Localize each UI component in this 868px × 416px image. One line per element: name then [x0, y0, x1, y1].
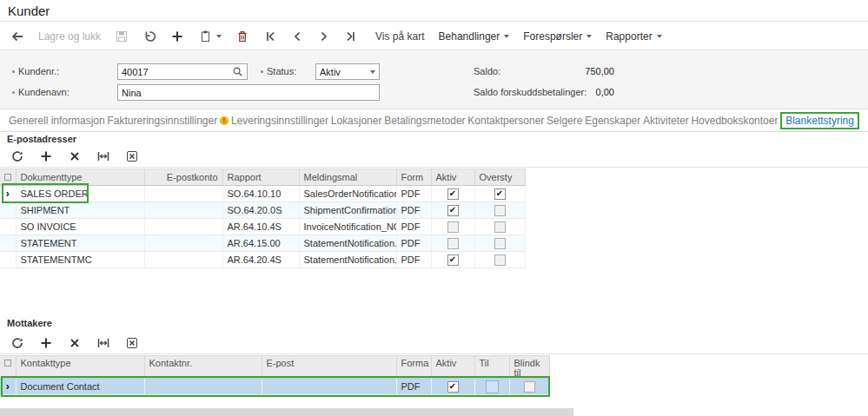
add-row-icon[interactable] — [39, 336, 53, 350]
cell-kontakttype[interactable]: Document Contact — [16, 379, 144, 395]
cell-epostkonto[interactable] — [144, 252, 222, 268]
checkbox-aktiv[interactable] — [447, 205, 459, 216]
cell-rapport[interactable]: SO.64.10.10 — [222, 186, 299, 202]
cell-meldingsmal[interactable]: StatementNotification... — [299, 252, 396, 268]
add-row-icon[interactable] — [39, 149, 53, 163]
copy-paste-icon[interactable] — [198, 30, 222, 43]
cell-overstyr[interactable] — [474, 252, 525, 268]
column-header-til[interactable]: Til — [474, 356, 509, 379]
cell-blindk-til[interactable] — [509, 379, 549, 395]
grid-settings-icon[interactable] — [4, 360, 11, 366]
add-icon[interactable] — [170, 30, 184, 43]
table-row[interactable]: STATEMENTMCAR.64.20.4SStatementNotificat… — [0, 252, 525, 268]
cell-epostkonto[interactable] — [144, 202, 222, 219]
table-row[interactable]: SHIPMENTSO.64.20.0SShipmentConfirmation.… — [0, 202, 525, 219]
tab-kontaktpersoner[interactable]: Kontaktpersoner — [467, 112, 544, 129]
fit-width-icon[interactable] — [96, 336, 110, 350]
fit-width-icon[interactable] — [96, 149, 110, 163]
column-header-rapport[interactable]: Rapport — [222, 169, 299, 186]
tab-blankettstyring[interactable]: Blankettstyring — [780, 112, 859, 129]
undo-icon[interactable] — [142, 30, 156, 43]
checkbox-aktiv[interactable] — [447, 221, 459, 233]
cell-meldingsmal[interactable]: SalesOrderNotification — [299, 186, 396, 202]
refresh-icon[interactable] — [10, 149, 24, 163]
tab-generell-informasjon[interactable]: Generell informasjon — [9, 112, 105, 129]
cell-form[interactable]: PDF — [396, 235, 431, 252]
column-header-dokumenttype[interactable]: Dokumenttype — [16, 169, 144, 186]
checkbox-overstyr[interactable] — [494, 188, 506, 200]
vis-pa-kart-button[interactable]: Vis på kart — [375, 30, 424, 43]
row-selector[interactable] — [0, 252, 16, 268]
cell-rapport[interactable]: AR.64.10.4S — [222, 219, 299, 235]
cell-dokumenttype[interactable]: SO INVOICE — [16, 219, 144, 235]
column-header-blindk-til[interactable]: Blindk til — [509, 356, 549, 379]
go-next-icon[interactable] — [317, 30, 331, 43]
cell-overstyr[interactable] — [474, 219, 525, 235]
delete-row-icon[interactable] — [68, 336, 82, 350]
tab-lokasjoner[interactable]: Lokasjoner — [331, 112, 382, 129]
cell-dokumenttype[interactable]: SALES ORDER — [16, 186, 144, 202]
column-header-oversty[interactable]: Oversty — [474, 169, 525, 186]
rapporter-menu[interactable]: Rapporter — [606, 30, 661, 43]
cell-aktiv[interactable] — [431, 186, 474, 202]
search-icon[interactable] — [232, 66, 243, 77]
cell-overstyr[interactable] — [474, 186, 525, 202]
row-selector[interactable] — [0, 202, 16, 219]
table-row[interactable]: ›Document ContactPDF — [0, 379, 549, 395]
kundenr-input[interactable]: 40017 — [117, 63, 248, 80]
save-close-button[interactable]: Lagre og lukk — [38, 30, 101, 43]
foresporsler-menu[interactable]: Forespørsler — [523, 30, 592, 43]
cell-meldingsmal[interactable]: StatementNotification... — [299, 235, 396, 252]
cell-aktiv[interactable] — [431, 235, 474, 252]
checkbox-aktiv[interactable] — [447, 188, 459, 200]
grid-settings-icon[interactable] — [4, 174, 11, 181]
checkbox-overstyr[interactable] — [494, 221, 506, 233]
delete-icon[interactable] — [235, 30, 249, 43]
table-row[interactable]: SO INVOICEAR.64.10.4SInvoiceNotification… — [0, 219, 525, 235]
cell-overstyr[interactable] — [474, 202, 525, 219]
cell-aktiv[interactable] — [431, 202, 474, 219]
export-excel-icon[interactable] — [125, 149, 139, 163]
column-header-forma[interactable]: Forma — [396, 356, 431, 379]
cell-rapport[interactable]: AR.64.15.00 — [222, 235, 299, 252]
checkbox-overstyr[interactable] — [494, 205, 506, 216]
cell-epostkonto[interactable] — [144, 186, 222, 202]
column-header-kontakttype[interactable]: Kontakttype — [16, 356, 144, 379]
checkbox-aktiv[interactable] — [447, 238, 459, 249]
cell-meldingsmal[interactable]: InvoiceNotification_NO — [299, 219, 396, 235]
checkbox-aktiv[interactable] — [447, 381, 459, 393]
row-selector[interactable] — [0, 219, 16, 235]
checkbox-til[interactable] — [486, 380, 499, 393]
cell-overstyr[interactable] — [474, 235, 525, 252]
save-icon[interactable] — [115, 30, 129, 43]
column-header-form[interactable]: Form — [396, 169, 431, 186]
column-header-aktiv[interactable]: Aktiv — [431, 356, 474, 379]
cell-aktiv[interactable] — [431, 252, 474, 268]
status-select[interactable]: Aktiv — [315, 63, 380, 80]
tab-leveringsinnstillinger[interactable]: Leveringsinnstillinger — [220, 112, 328, 129]
cell-form[interactable]: PDF — [396, 202, 431, 219]
column-header-aktiv[interactable]: Aktiv — [431, 169, 474, 186]
checkbox-aktiv[interactable] — [447, 254, 459, 266]
refresh-icon[interactable] — [10, 336, 24, 350]
table-row[interactable]: ›SALES ORDERSO.64.10.10SalesOrderNotific… — [0, 186, 525, 202]
cell-dokumenttype[interactable]: STATEMENTMC — [16, 252, 144, 268]
cell-kontaktnr[interactable] — [144, 379, 262, 395]
cell-rapport[interactable]: AR.64.20.4S — [222, 252, 299, 268]
behandlinger-menu[interactable]: Behandlinger — [439, 30, 510, 43]
go-previous-icon[interactable] — [290, 30, 304, 43]
go-last-icon[interactable] — [344, 30, 358, 43]
tab-betalingsmetoder[interactable]: Betalingsmetoder — [384, 112, 465, 129]
kundenavn-input[interactable]: Nina — [117, 84, 380, 101]
export-excel-icon[interactable] — [125, 336, 139, 350]
cell-forma[interactable]: PDF — [396, 379, 431, 395]
cell-aktiv[interactable] — [431, 219, 474, 235]
tab-egenskaper[interactable]: Egenskaper — [585, 112, 640, 129]
checkbox-overstyr[interactable] — [494, 238, 506, 249]
cell-epostkonto[interactable] — [144, 235, 222, 252]
column-header-kontaktnr-[interactable]: Kontaktnr. — [144, 356, 262, 379]
cell-meldingsmal[interactable]: ShipmentConfirmation... — [299, 202, 396, 219]
table-row[interactable]: STATEMENTAR.64.15.00StatementNotificatio… — [0, 235, 525, 252]
cell-til[interactable] — [474, 379, 509, 395]
tab-hovedbokskontoer[interactable]: Hovedbokskontoer — [691, 112, 778, 129]
